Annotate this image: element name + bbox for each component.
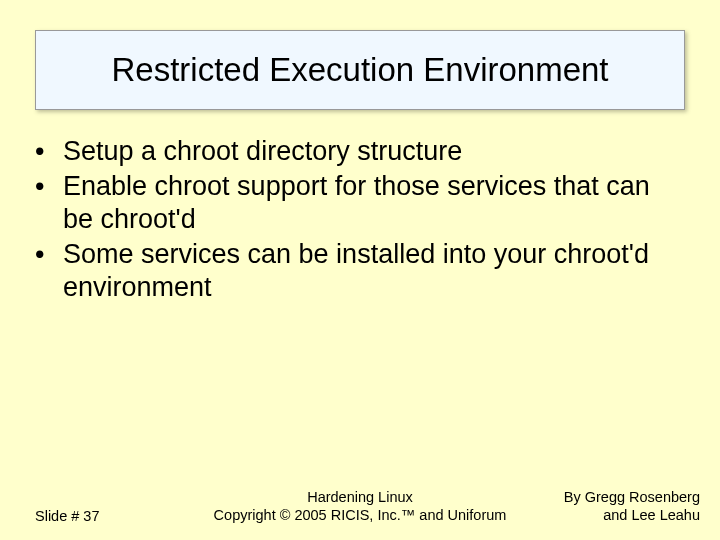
bullet-list: Setup a chroot directory structure Enabl… [35,135,685,306]
footer-right-line1: By Gregg Rosenberg [564,488,700,506]
slide-title: Restricted Execution Environment [111,51,608,89]
footer-right-line2: and Lee Leahu [564,506,700,524]
footer: Slide # 37 Hardening Linux Copyright © 2… [0,484,720,524]
list-item: Setup a chroot directory structure [35,135,685,168]
slide: Restricted Execution Environment Setup a… [0,0,720,540]
footer-right: By Gregg Rosenberg and Lee Leahu [564,488,700,524]
title-box: Restricted Execution Environment [35,30,685,110]
list-item: Enable chroot support for those services… [35,170,685,236]
list-item: Some services can be installed into your… [35,238,685,304]
